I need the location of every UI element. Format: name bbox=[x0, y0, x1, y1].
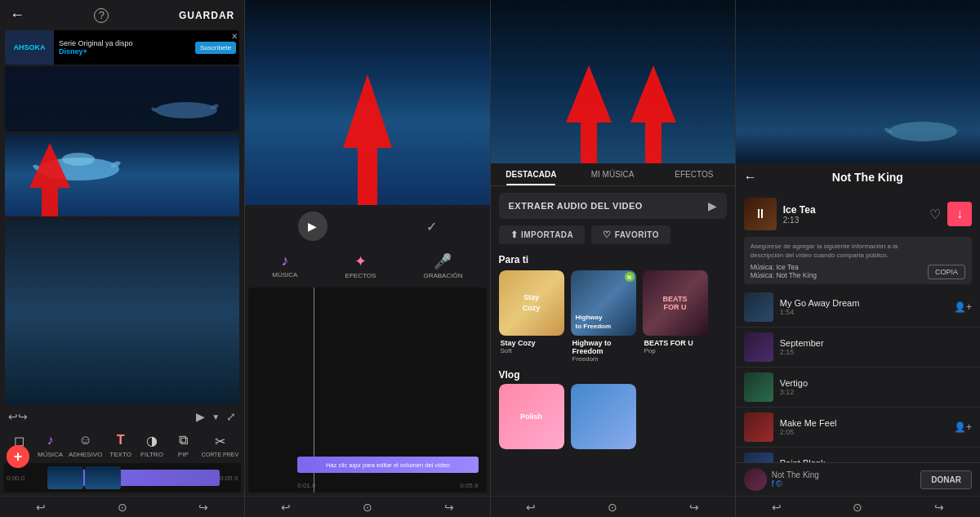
recording-btn[interactable]: 🎤 GRABACIÓN bbox=[423, 252, 462, 279]
toolbar-adhesivo[interactable]: ☺ ADHESIVO bbox=[69, 431, 102, 458]
toolbar-filtro[interactable]: ◑ FILTRO bbox=[139, 431, 165, 458]
ad-close-icon[interactable]: ✕ bbox=[231, 32, 238, 41]
now-playing: ⏸ Ice Tea 2:13 ♡ ↓ bbox=[736, 191, 980, 237]
save-button[interactable]: GUARDAR bbox=[179, 10, 234, 21]
nav-icon-p2-1[interactable]: ↩ bbox=[281, 501, 291, 514]
panel2-bottom-nav: ↩ ⊙ ↪ bbox=[245, 496, 489, 517]
favorites-label: FAVORITO bbox=[615, 230, 659, 239]
panel4-video bbox=[736, 0, 980, 163]
panel3-tabs: DESTACADA MI MÚSICA EFECTOS bbox=[491, 163, 735, 186]
song-item-my-go[interactable]: My Go Away Dream 1:54 👤+ bbox=[736, 287, 980, 328]
vlog-card-1[interactable]: Polish bbox=[499, 384, 564, 449]
filter-icon[interactable]: ▼ bbox=[212, 412, 220, 421]
song-dur-4: 2:05 bbox=[780, 428, 947, 436]
panel-3: DESTACADA MI MÚSICA EFECTOS EXTRAER AUDI… bbox=[491, 0, 736, 517]
toolbar-musica[interactable]: ♪ MÚSICA bbox=[38, 431, 64, 458]
nav-icon-p4-2[interactable]: ⊙ bbox=[853, 501, 862, 514]
toolbar-texto[interactable]: T TEXTO bbox=[108, 431, 134, 458]
track-actions: ♡ ↓ bbox=[929, 202, 972, 226]
video-segment-2 bbox=[5, 135, 239, 216]
panel-2: ▶ ✓ ♪ MÚSICA ✦ EFECTOS 🎤 GRABACIÓN bbox=[245, 0, 490, 517]
redo-icon[interactable]: ↪ bbox=[18, 410, 28, 423]
song-item-vertigo[interactable]: Vertigo 3:12 bbox=[736, 368, 980, 408]
nav-icon-1[interactable]: ↩ bbox=[36, 501, 46, 514]
card-highway[interactable]: Highwayto Freedom N Highway to Freedom F… bbox=[571, 270, 636, 363]
extract-audio-button[interactable]: EXTRAER AUDIO DEL VIDEO ▶ bbox=[499, 193, 727, 219]
song-item-make-me[interactable]: Make Me Feel 2:05 👤+ bbox=[736, 408, 980, 448]
vlog-title: Vlog bbox=[499, 369, 727, 381]
song-action-4[interactable]: 👤+ bbox=[954, 421, 972, 433]
copy-notice-text: Asegúrese de agregar la siguiente inform… bbox=[751, 242, 923, 260]
card-stay-cozy[interactable]: StayCozy Stay Cozy Soft bbox=[499, 270, 564, 363]
panel2-play-btn[interactable]: ▶ bbox=[298, 212, 327, 241]
svg-point-7 bbox=[889, 122, 957, 141]
song-item-point-blank[interactable]: Point Blank 3:00 bbox=[736, 448, 980, 462]
music-btn[interactable]: ♪ MÚSICA bbox=[272, 252, 297, 279]
panel1-timeline[interactable]: 0:00.0 0:05.9 bbox=[3, 463, 241, 492]
song-item-september[interactable]: September 2:15 bbox=[736, 328, 980, 368]
vlog-card-2-img bbox=[571, 384, 636, 449]
toolbar-corte[interactable]: ✂ CORTE PREV bbox=[202, 432, 238, 457]
extract-audio-label: EXTRAER AUDIO DEL VIDEO bbox=[509, 201, 643, 211]
song-name-3: Vertigo bbox=[780, 378, 972, 388]
effects-btn[interactable]: ✦ EFECTOS bbox=[345, 252, 376, 279]
timeline-track[interactable] bbox=[47, 470, 220, 486]
toolbar-pip[interactable]: ⧉ PIP bbox=[170, 431, 196, 458]
panel2-timeline[interactable]: Haz clic aquí para editar el volumen del… bbox=[248, 287, 486, 492]
panel2-video bbox=[245, 0, 489, 205]
nav-icon-2[interactable]: ⊙ bbox=[118, 501, 127, 514]
favorites-filter[interactable]: ♡ FAVORITO bbox=[591, 225, 670, 244]
help-icon[interactable]: ? bbox=[94, 8, 109, 23]
red-arrow-1 bbox=[21, 143, 78, 216]
back-icon[interactable]: ← bbox=[10, 7, 24, 24]
time-labels: 0:01.0 0:05.9 bbox=[297, 482, 478, 489]
song-info-1: My Go Away Dream 1:54 bbox=[780, 298, 947, 316]
song-thumb-3 bbox=[744, 372, 773, 402]
import-icon: ⬆ bbox=[510, 230, 519, 240]
card-beats[interactable]: BEATSFOR U BEATS FOR U Pop bbox=[643, 270, 708, 363]
nav-icon-p2-2[interactable]: ⊙ bbox=[363, 501, 372, 514]
copy-button[interactable]: COPIA bbox=[928, 265, 965, 279]
artist-social[interactable]: f © bbox=[772, 479, 819, 488]
pause-icon[interactable]: ⏸ bbox=[754, 207, 767, 221]
nav-icon-p3-3[interactable]: ↪ bbox=[689, 501, 699, 514]
nav-icon-p4-3[interactable]: ↪ bbox=[934, 501, 944, 514]
song-dur-3: 3:12 bbox=[780, 388, 972, 396]
red-arrow-2 bbox=[335, 74, 400, 205]
ad-banner[interactable]: AHSOKA Serie Original ya dispo Disney+ S… bbox=[5, 30, 239, 65]
tab-destacada[interactable]: DESTACADA bbox=[491, 163, 572, 185]
nav-icon-p3-2[interactable]: ⊙ bbox=[608, 501, 617, 514]
artist-thumb bbox=[744, 468, 767, 491]
imported-filter[interactable]: ⬆ IMPORTADA bbox=[499, 225, 586, 244]
play-icon[interactable]: ▶ bbox=[196, 410, 205, 423]
panel4-title: Not The King bbox=[764, 171, 972, 184]
card-beats-title: BEATS FOR U bbox=[643, 339, 708, 347]
card-beats-img: BEATSFOR U bbox=[643, 270, 708, 336]
toolbar-texto-label: TEXTO bbox=[109, 451, 131, 458]
donate-button[interactable]: DONAR bbox=[920, 470, 972, 489]
download-button[interactable]: ↓ bbox=[947, 202, 972, 226]
nav-icon-p4-1[interactable]: ↩ bbox=[772, 501, 782, 514]
song-dur-2: 2:15 bbox=[780, 348, 972, 356]
checkmark-icon[interactable]: ✓ bbox=[426, 219, 437, 234]
song-thumb-5 bbox=[744, 452, 773, 462]
vlog-card-2[interactable] bbox=[571, 384, 636, 449]
tab-efectos[interactable]: EFECTOS bbox=[653, 163, 735, 185]
nav-icon-p3-1[interactable]: ↩ bbox=[526, 501, 536, 514]
tab-mi-musica[interactable]: MI MÚSICA bbox=[572, 163, 653, 185]
panel3-video bbox=[491, 0, 735, 163]
song-action-1[interactable]: 👤+ bbox=[954, 301, 972, 313]
cut-icon: ✂ bbox=[211, 432, 229, 450]
undo-icon[interactable]: ↩ bbox=[8, 410, 18, 423]
heart-icon[interactable]: ♡ bbox=[929, 207, 941, 222]
track-name: Ice Tea bbox=[783, 204, 923, 216]
fullscreen-icon[interactable]: ⤢ bbox=[226, 410, 236, 423]
imported-label: IMPORTADA bbox=[521, 230, 573, 239]
panel4-back-icon[interactable]: ← bbox=[744, 170, 757, 185]
nav-icon-3[interactable]: ↪ bbox=[198, 501, 208, 514]
extract-audio-icon: ▶ bbox=[708, 199, 717, 212]
nav-icon-p2-3[interactable]: ↪ bbox=[444, 501, 454, 514]
whale-silhouette-p4 bbox=[882, 115, 964, 144]
ad-cta[interactable]: Suscríbete bbox=[195, 42, 236, 54]
add-fab[interactable]: + bbox=[7, 445, 29, 468]
